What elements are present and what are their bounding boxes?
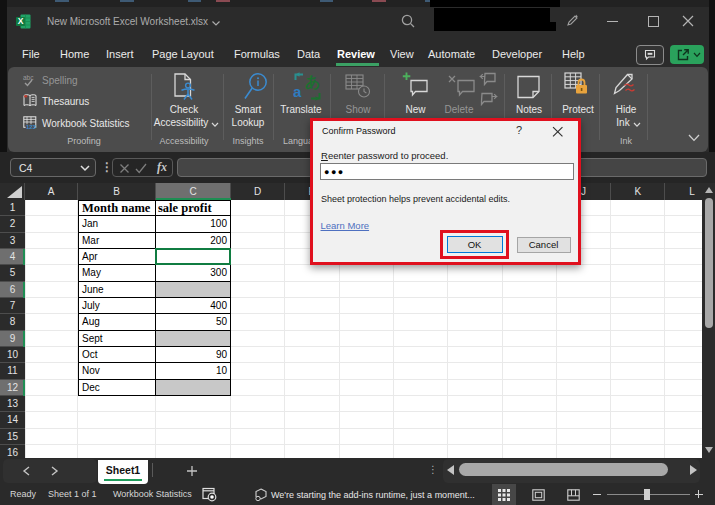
svg-text:a: a	[293, 83, 302, 100]
svg-text:X: X	[18, 16, 24, 26]
svg-text:あ: あ	[305, 73, 320, 91]
svg-text:123: 123	[26, 124, 36, 130]
svg-text:abc: abc	[23, 74, 34, 81]
